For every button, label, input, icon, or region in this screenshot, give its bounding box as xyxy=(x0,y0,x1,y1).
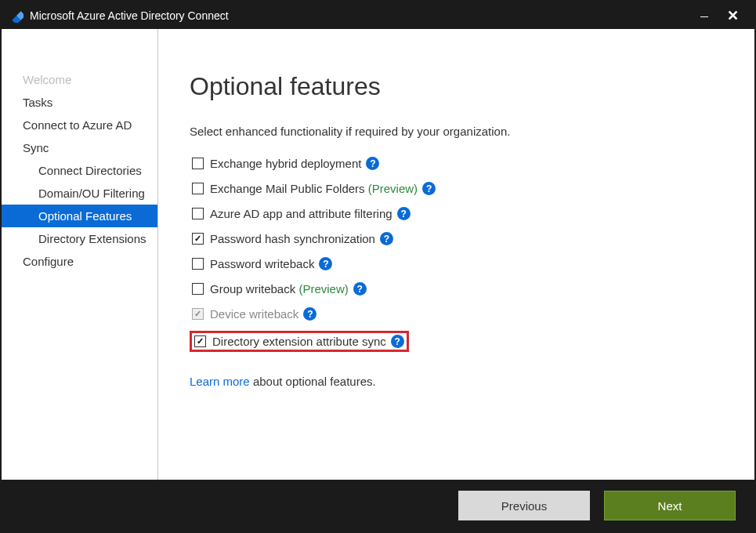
checkbox-icon[interactable] xyxy=(192,283,204,295)
feature-label: Exchange Mail Public Folders (Preview) xyxy=(210,182,418,195)
sidebar-item-sync[interactable]: Sync xyxy=(2,136,157,159)
sidebar-item-domain-ou-filtering[interactable]: Domain/OU Filtering xyxy=(2,182,157,205)
footer-bar: Previous Next xyxy=(2,480,754,531)
help-icon[interactable]: ? xyxy=(380,232,393,245)
learn-more-link[interactable]: Learn more xyxy=(190,375,250,388)
feature-label: Password writeback xyxy=(210,257,314,270)
learn-more-line: Learn more about optional features. xyxy=(190,375,723,388)
feature-group-writeback[interactable]: Group writeback (Preview) ? xyxy=(190,281,723,297)
checkbox-icon[interactable] xyxy=(192,208,204,219)
feature-exchange-public-folders[interactable]: Exchange Mail Public Folders (Preview) ? xyxy=(190,180,723,197)
checkbox-icon[interactable] xyxy=(192,233,204,245)
help-icon[interactable]: ? xyxy=(353,282,367,296)
help-icon[interactable]: ? xyxy=(319,257,332,270)
feature-label: Device writeback xyxy=(210,307,298,321)
feature-password-hash-sync[interactable]: Password hash synchronization ? xyxy=(190,230,723,247)
feature-label: Azure AD app and attribute filtering xyxy=(210,207,392,220)
app-icon xyxy=(9,9,24,23)
checkbox-icon[interactable] xyxy=(192,158,204,169)
sidebar-item-directory-extensions[interactable]: Directory Extensions xyxy=(2,227,157,250)
title-bar: Microsoft Azure Active Directory Connect… xyxy=(2,2,754,29)
help-icon[interactable]: ? xyxy=(391,335,404,348)
feature-label: Directory extension attribute sync xyxy=(212,335,386,348)
feature-label: Group writeback (Preview) xyxy=(210,282,349,296)
window-title: Microsoft Azure Active Directory Connect xyxy=(30,9,690,22)
page-heading: Optional features xyxy=(190,72,723,101)
sidebar-item-connect-azure-ad[interactable]: Connect to Azure AD xyxy=(2,114,157,136)
page-subtitle: Select enhanced functionality if require… xyxy=(190,125,723,138)
feature-label: Exchange hybrid deployment xyxy=(210,157,361,170)
close-button[interactable]: ✕ xyxy=(718,7,747,24)
checkbox-icon xyxy=(192,308,204,320)
minimize-button[interactable] xyxy=(690,9,718,22)
next-button[interactable]: Next xyxy=(604,491,736,520)
feature-azure-ad-app-filtering[interactable]: Azure AD app and attribute filtering ? xyxy=(190,205,723,222)
checkbox-icon[interactable] xyxy=(192,258,204,270)
sidebar: Welcome Tasks Connect to Azure AD Sync C… xyxy=(2,29,158,480)
sidebar-item-optional-features[interactable]: Optional Features xyxy=(2,205,157,227)
help-icon[interactable]: ? xyxy=(397,207,411,220)
feature-device-writeback: Device writeback ? xyxy=(190,306,723,322)
sidebar-item-connect-directories[interactable]: Connect Directories xyxy=(2,159,157,182)
feature-label: Password hash synchronization xyxy=(210,232,375,245)
help-icon[interactable]: ? xyxy=(422,182,436,195)
sidebar-item-tasks[interactable]: Tasks xyxy=(2,91,157,114)
feature-directory-extension-sync-highlight: Directory extension attribute sync ? xyxy=(190,331,409,352)
help-icon[interactable]: ? xyxy=(303,307,317,321)
help-icon[interactable]: ? xyxy=(366,157,379,170)
content-area: Optional features Select enhanced functi… xyxy=(158,29,754,480)
sidebar-item-welcome[interactable]: Welcome xyxy=(2,68,157,91)
sidebar-item-configure[interactable]: Configure xyxy=(2,250,157,273)
feature-password-writeback[interactable]: Password writeback ? xyxy=(190,256,723,272)
previous-button[interactable]: Previous xyxy=(458,491,590,520)
feature-exchange-hybrid[interactable]: Exchange hybrid deployment ? xyxy=(190,155,723,172)
checkbox-icon[interactable] xyxy=(192,183,204,194)
checkbox-icon[interactable] xyxy=(194,335,206,347)
